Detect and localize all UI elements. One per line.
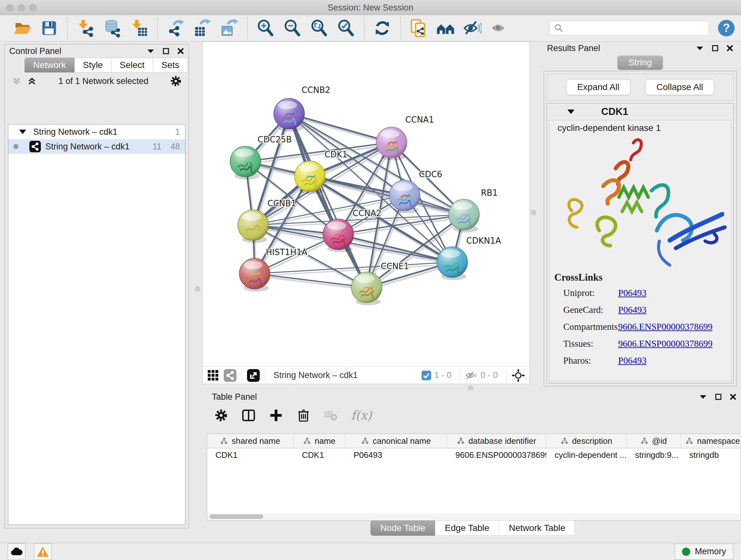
zoom-in-icon[interactable] (256, 19, 275, 37)
function-builder-button: f(x) (351, 408, 372, 422)
right-splitter-handle[interactable] (531, 210, 536, 215)
collection-expand-icon[interactable] (19, 130, 26, 134)
import-network-icon[interactable] (76, 19, 95, 37)
close-panel-icon[interactable] (730, 393, 737, 400)
string-glass-on-icon[interactable] (490, 19, 509, 37)
tab-select[interactable]: Select (111, 58, 153, 72)
tab-string-results[interactable]: String (617, 56, 663, 70)
cell-description[interactable]: cyclin-dependent ... (546, 448, 627, 462)
network-options-gear-icon[interactable] (170, 75, 182, 87)
crosslink-link[interactable]: P06493 (618, 355, 731, 366)
export-image-icon[interactable] (220, 19, 239, 37)
cell-name[interactable]: CDK1 (293, 448, 345, 462)
node-ccna1[interactable] (376, 127, 407, 158)
float-panel-icon[interactable] (715, 393, 722, 400)
save-session-icon[interactable] (40, 19, 58, 37)
network-canvas[interactable]: CCNB2CCNA1CDC25BCDK1CDC6RB1CCNB1CCNA2CDK… (203, 42, 529, 367)
node-rb1[interactable] (449, 199, 479, 230)
table-row[interactable]: CDK1CDK1P064939606.ENSP00000378699cyclin… (207, 448, 741, 462)
cell-shared-name[interactable]: CDK1 (207, 448, 293, 462)
expand-all-icon[interactable] (26, 76, 37, 86)
column-header-description[interactable]: description (546, 434, 627, 448)
column-header-name[interactable]: name (293, 434, 345, 448)
column-header-canonical-name[interactable]: canonical name (345, 434, 447, 448)
network-current-dot (13, 144, 18, 149)
zoom-out-icon[interactable] (283, 19, 301, 37)
float-panel-icon[interactable] (162, 48, 170, 55)
column-header-@id[interactable]: @id (627, 434, 681, 448)
detach-view-icon[interactable] (247, 369, 260, 382)
tab-sets[interactable]: Sets (153, 58, 188, 72)
tab-network[interactable]: Network (24, 58, 75, 72)
memory-button[interactable]: Memory (675, 544, 733, 560)
warning-button[interactable] (34, 543, 52, 560)
crosslink-link[interactable]: P06493 (618, 288, 731, 298)
close-panel-icon[interactable] (177, 48, 184, 55)
network-collection-row[interactable]: String Network – cdk1 1 (8, 125, 185, 139)
cell-canonical-name[interactable]: P06493 (345, 448, 447, 462)
fit-content-icon[interactable] (310, 19, 328, 37)
node-cdc25b[interactable] (230, 146, 261, 177)
birdseye-icon[interactable] (512, 369, 525, 382)
left-splitter-handle[interactable] (195, 287, 200, 292)
panel-menu-icon[interactable] (699, 394, 707, 400)
apply-layout-icon[interactable] (373, 19, 392, 37)
panel-menu-icon[interactable] (696, 45, 704, 51)
expand-all-button[interactable]: Expand All (566, 79, 630, 95)
cloud-button[interactable] (8, 543, 25, 560)
node-cdc6[interactable] (389, 180, 420, 211)
grid-view-icon[interactable] (207, 369, 219, 381)
node-label-cdc25b: CDC25B (258, 135, 292, 144)
tab-style[interactable]: Style (74, 58, 111, 72)
delete-column-icon[interactable] (296, 408, 311, 423)
hidden-eye-icon[interactable] (465, 370, 477, 381)
cell-database-identifier[interactable]: 9606.ENSP00000378699 (447, 448, 546, 462)
cdk1-expand-icon[interactable] (567, 110, 575, 114)
network-row[interactable]: String Network – cdk1 11 48 (8, 139, 185, 154)
export-table-icon[interactable] (193, 19, 212, 37)
node-hist1h1a[interactable] (239, 258, 270, 289)
node-cdk1[interactable] (294, 161, 325, 192)
column-header-namespace[interactable]: namespace (681, 434, 741, 448)
crosslink-link[interactable]: 9606.ENSP00000378699 (618, 321, 731, 332)
network-badge-gray-icon[interactable] (224, 369, 237, 382)
collapse-all-button[interactable]: Collapse All (645, 79, 714, 95)
node-ccna2[interactable] (323, 219, 354, 250)
column-header-database-identifier[interactable]: database identifier (447, 434, 546, 448)
cell-@id[interactable]: stringdb:9... (627, 448, 681, 462)
import-table-icon[interactable] (130, 19, 148, 37)
hscrollbar-thumb[interactable] (210, 514, 263, 519)
table-toolbar: f(x) (204, 403, 741, 427)
node-ccnb2[interactable] (274, 98, 305, 129)
import-network-database-icon[interactable] (103, 19, 122, 37)
string-structures-icon[interactable] (436, 19, 455, 37)
node-ccne1[interactable] (351, 272, 382, 303)
string-copy-network-icon[interactable] (409, 19, 428, 37)
open-session-icon[interactable] (13, 19, 31, 37)
zoom-selected-icon[interactable] (337, 19, 355, 37)
collapse-all-icon[interactable] (11, 76, 22, 86)
tab-edge-table[interactable]: Edge Table (435, 520, 499, 536)
help-button[interactable]: ? (718, 20, 735, 37)
selected-checkbox-icon[interactable] (421, 371, 431, 380)
table-hscrollbar[interactable] (207, 513, 741, 521)
crosslink-link[interactable]: P06493 (618, 305, 731, 315)
string-glass-off-icon[interactable] (463, 19, 482, 37)
node-cdkn1a[interactable] (437, 247, 468, 277)
column-header-shared-name[interactable]: shared name (207, 434, 293, 448)
crosslink-link[interactable]: 9606.ENSP00000378699 (618, 338, 731, 349)
add-column-icon[interactable] (269, 408, 283, 423)
cdk1-section-header[interactable]: CDK1 (547, 104, 733, 120)
tab-node-table[interactable]: Node Table (370, 520, 435, 536)
toolbar-separator (364, 17, 364, 40)
table-options-gear-icon[interactable] (214, 408, 228, 423)
panel-menu-icon[interactable] (146, 48, 155, 54)
search-input[interactable] (549, 21, 709, 36)
float-panel-icon[interactable] (712, 45, 719, 52)
tab-network-table[interactable]: Network Table (499, 520, 575, 536)
export-network-icon[interactable] (166, 19, 185, 37)
cell-namespace[interactable]: stringdb (681, 448, 741, 462)
close-panel-icon[interactable] (726, 45, 733, 52)
show-columns-icon[interactable] (241, 408, 256, 423)
node-ccnb1[interactable] (238, 210, 268, 240)
